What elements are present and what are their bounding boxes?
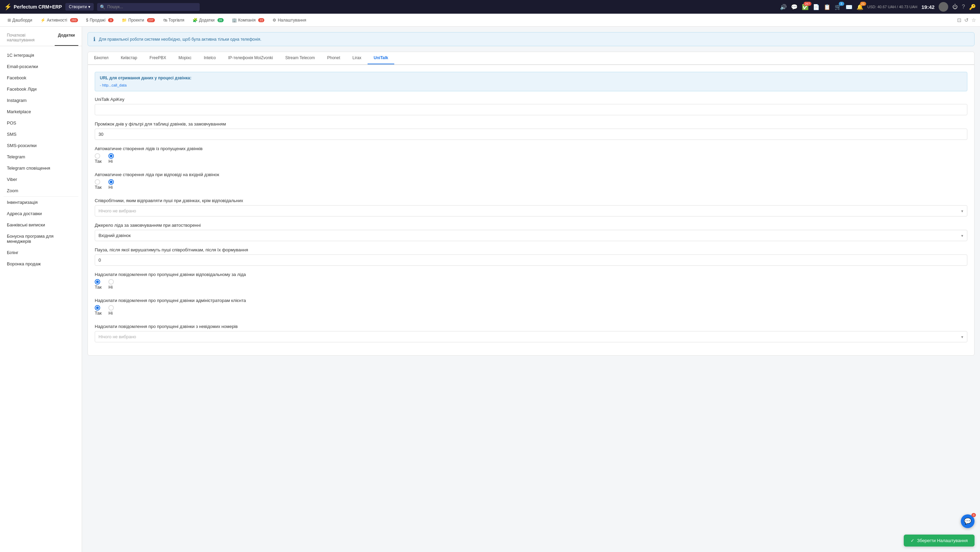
sidebar-item-telegram-notify[interactable]: Telegram сповіщення: [0, 162, 82, 174]
nav-addons[interactable]: 🧩 Додатки 26: [189, 16, 227, 25]
files-icon[interactable]: 📄: [813, 4, 819, 10]
tab-moizvonki[interactable]: IP-телефонія MoiZvonki: [222, 52, 279, 64]
secondary-nav-right: ⊡ ↺ ☆: [957, 17, 976, 23]
sidebar-item-zoom[interactable]: Zoom: [0, 185, 82, 196]
search-input[interactable]: [107, 5, 197, 9]
send-missed-admin-yes-label[interactable]: Так: [95, 305, 102, 316]
mail-icon[interactable]: ✉️: [846, 4, 853, 10]
sidebar-item-sms[interactable]: SMS: [0, 129, 82, 140]
top-nav-icons: 🔊 💬 ✅267 📄 📋 🛒3 ✉️ 🔔21 USD: 40.67 UAH / …: [780, 2, 976, 12]
tab-freepbx[interactable]: FreePBX: [143, 52, 172, 64]
auto-lead-missed-group: Автоматичне створення лідів із пропущени…: [95, 146, 967, 166]
auto-lead-missed-no-radio[interactable]: [108, 153, 114, 159]
power-icon[interactable]: ⏻: [952, 4, 958, 10]
tasks-icon[interactable]: ✅267: [802, 4, 809, 10]
unitalk-form: URL для отримання даних у процесі дзвінк…: [88, 65, 975, 356]
puzzle-icon: 🧩: [192, 18, 198, 22]
sidebar-item-delivery[interactable]: Адреса доставки: [0, 208, 82, 219]
star-icon[interactable]: ☆: [972, 17, 976, 23]
send-missed-lead-yes-label[interactable]: Так: [95, 279, 102, 290]
logo-icon: ⚡: [4, 3, 12, 11]
sidebar-item-email[interactable]: Email-розсилки: [0, 61, 82, 72]
tab-phonet[interactable]: Phonet: [321, 52, 346, 64]
top-navigation: ⚡ Perfectum CRM+ERP Створити ▾ 🔍 🔊 💬 ✅26…: [0, 0, 980, 14]
volume-icon[interactable]: 🔊: [780, 4, 787, 10]
key-icon[interactable]: 🔑: [969, 4, 976, 10]
auto-lead-incoming-yes-label[interactable]: Так: [95, 179, 102, 190]
user-avatar[interactable]: [939, 2, 948, 12]
auto-lead-incoming-yes-radio[interactable]: [95, 179, 100, 185]
send-missed-lead-no-radio[interactable]: [108, 279, 114, 285]
sidebar-item-viber[interactable]: Viber: [0, 174, 82, 185]
employees-select-wrapper: Нічого не вибрано: [95, 205, 967, 216]
auto-lead-incoming-no-radio[interactable]: [108, 179, 114, 185]
send-missed-lead-yes-radio[interactable]: [95, 279, 100, 285]
sidebar-item-facebook[interactable]: Facebook: [0, 72, 82, 83]
chat-icon[interactable]: 💬: [791, 4, 798, 10]
refresh-icon[interactable]: ↺: [964, 17, 969, 23]
send-missed-admin-no-label[interactable]: Ні: [108, 305, 114, 316]
nav-sales[interactable]: $ Продажі 9: [83, 16, 117, 25]
tab-unitalk[interactable]: UniTalk: [368, 52, 394, 64]
sidebar-item-1c[interactable]: 1С інтеграція: [0, 49, 82, 61]
auto-lead-incoming-label: Автоматичне створення ліда при відповіді…: [95, 172, 967, 177]
tab-lirax[interactable]: Lirax: [346, 52, 368, 64]
tab-morikhs[interactable]: Моріхс: [172, 52, 198, 64]
sidebar-item-facebook-leads[interactable]: Facebook Ліди: [0, 83, 82, 95]
chat-widget[interactable]: 💬 0: [961, 514, 975, 528]
logo: ⚡ Perfectum CRM+ERP: [4, 3, 62, 11]
pause-input[interactable]: [95, 255, 967, 266]
cart-icon[interactable]: 🛒3: [835, 4, 842, 10]
auto-lead-missed-yes-label[interactable]: Так: [95, 153, 102, 164]
sidebar-item-marketplace[interactable]: Marketplace: [0, 106, 82, 117]
days-input[interactable]: [95, 129, 967, 140]
sidebar-item-inventory[interactable]: Інвентаризація: [0, 197, 82, 208]
logo-text: Perfectum CRM+ERP: [14, 4, 62, 10]
dollar-icon: $: [86, 18, 89, 22]
auto-lead-missed-no-label[interactable]: Ні: [108, 153, 114, 164]
apikey-input[interactable]: [95, 104, 967, 115]
pause-group: Пауза, після якої вирушатимуть пуші спів…: [95, 247, 967, 266]
sidebar-item-instagram[interactable]: Instagram: [0, 95, 82, 106]
save-button[interactable]: ✓ Зберегти Налаштування: [904, 535, 975, 547]
send-missed-unknown-group: Надсилати повідомлення про пропущені дзв…: [95, 324, 967, 342]
sidebar-item-telegram[interactable]: Telegram: [0, 151, 82, 162]
send-missed-admin-radio: Так Ні: [95, 305, 967, 318]
create-button[interactable]: Створити ▾: [65, 3, 94, 11]
send-missed-lead-no-label[interactable]: Ні: [108, 279, 114, 290]
send-missed-admin-no-radio[interactable]: [108, 305, 114, 310]
lead-source-select[interactable]: Вхідний дзвінок: [95, 230, 967, 241]
tab-kyivstar[interactable]: Київстар: [115, 52, 143, 64]
time-display: 19:42: [921, 4, 934, 10]
auto-lead-incoming-no-label[interactable]: Ні: [108, 179, 114, 190]
sidebar-item-pos[interactable]: POS: [0, 117, 82, 129]
nav-company[interactable]: 🏢 Компанія 22: [228, 16, 268, 25]
bell-icon[interactable]: 🔔21: [857, 4, 864, 10]
nav-dashboards[interactable]: ⊞ Дашборди: [4, 16, 35, 25]
sidebar-item-bonus[interactable]: Бонусна програма для менеджерів: [0, 231, 82, 247]
sidebar-item-funnel[interactable]: Воронка продаж: [0, 258, 82, 269]
sidebar-tab-initial[interactable]: Початкові налаштування: [3, 30, 55, 46]
nav-activities[interactable]: ⚡ Активності 283: [37, 16, 81, 25]
employees-select[interactable]: Нічого не вибрано: [95, 205, 967, 216]
secondary-navigation: ⊞ Дашборди ⚡ Активності 283 $ Продажі 9 …: [0, 14, 980, 27]
send-missed-admin-yes-radio[interactable]: [95, 305, 100, 310]
sidebar-item-billing[interactable]: Білінг: [0, 247, 82, 258]
nav-trade[interactable]: 🛍 Торгівля: [160, 16, 188, 25]
nav-settings[interactable]: ⚙ Налаштування: [269, 16, 309, 25]
sidebar-item-sms-mail[interactable]: SMS-розсилки: [0, 140, 82, 151]
filter-icon[interactable]: ⊡: [957, 17, 961, 23]
tab-intelco[interactable]: Intelco: [198, 52, 222, 64]
nav-projects[interactable]: 📁 Проекти 237: [118, 16, 158, 25]
tab-binotel[interactable]: Бінотел: [88, 52, 115, 64]
clipboard-icon[interactable]: 📋: [824, 4, 830, 10]
chat-widget-icon: 💬: [964, 517, 972, 525]
sidebar-tab-addons[interactable]: Додатки: [55, 30, 78, 46]
lead-source-select-wrapper: Вхідний дзвінок: [95, 230, 967, 241]
sidebar-item-bank[interactable]: Банківські виписки: [0, 219, 82, 231]
send-missed-unknown-select[interactable]: Нічого не вибрано: [95, 331, 967, 342]
help-icon[interactable]: ?: [962, 4, 965, 10]
sidebar: Початкові налаштування Додатки 1С інтегр…: [0, 27, 82, 552]
auto-lead-missed-yes-radio[interactable]: [95, 153, 100, 159]
tab-stream[interactable]: Stream Telecom: [279, 52, 321, 64]
